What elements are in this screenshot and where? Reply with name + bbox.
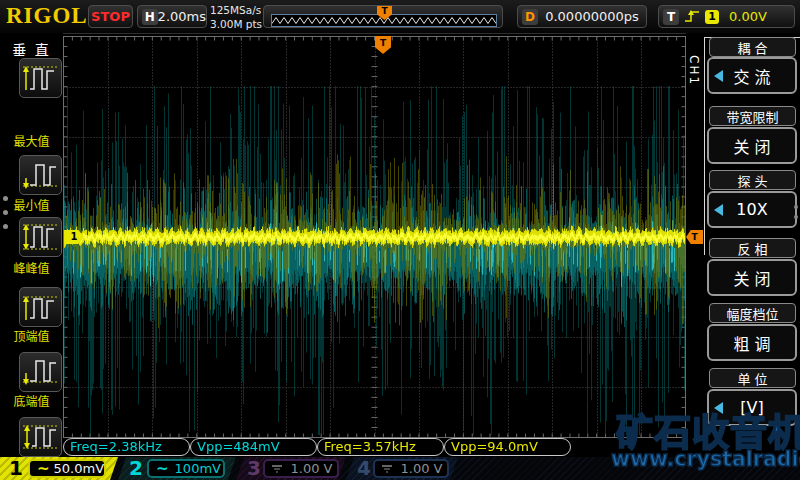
volts-adjust-softkey[interactable]: 粗 调 bbox=[707, 324, 797, 361]
channel1-status[interactable]: 1 ~ 50.0mV bbox=[0, 457, 118, 480]
waveform-display bbox=[63, 34, 687, 440]
vamp-button[interactable] bbox=[19, 417, 62, 457]
d-icon: D bbox=[522, 9, 538, 25]
delay-value: 0.00000000ps bbox=[538, 9, 646, 24]
trigger-level-value: 0.00V bbox=[729, 9, 767, 24]
channel2-number: 2 bbox=[129, 457, 143, 480]
channel1-scale-box: ~ 50.0mV bbox=[28, 459, 106, 478]
channel3-scale: 1.00 V bbox=[286, 461, 337, 476]
invert-softkey[interactable]: 关 闭 bbox=[707, 259, 797, 296]
left-arrow-icon bbox=[714, 70, 723, 82]
channel3-number: 3 bbox=[247, 457, 261, 480]
channel2-status[interactable]: 2 ~ 100mV bbox=[118, 457, 236, 480]
bandwidth-limit-softkey[interactable]: 关 闭 bbox=[707, 127, 797, 164]
channel4-scale-box: 1.00 V bbox=[373, 459, 449, 478]
menu-page-dot bbox=[794, 205, 798, 209]
channel-tab: CH1 bbox=[687, 55, 701, 86]
coupling-label: 耦 合 bbox=[709, 37, 796, 57]
channel-menu: CH1 耦 合 交 流 带宽限制 关 闭 探 头 10X 反 相 关 闭 幅度档… bbox=[686, 33, 800, 457]
vpp-label: 峰峰值 bbox=[0, 259, 63, 276]
measurement-freq-ch2: Freq=2.38kHz bbox=[63, 438, 190, 456]
measurement-vpp-ch1: Vpp=94.0mV bbox=[444, 438, 571, 456]
vbase-label: 底端值 bbox=[0, 392, 63, 409]
memory-depth: 3.00M pts bbox=[210, 17, 262, 31]
waveform-preview-bar[interactable]: T bbox=[263, 5, 503, 28]
channel4-number: 4 bbox=[357, 457, 371, 480]
trigger-source-badge: 1 bbox=[705, 10, 719, 24]
top-status-bar: RIGOL STOP H 2.00ms 125MSa/s 3.00M pts T… bbox=[0, 0, 800, 34]
ac-coupling-icon: ~ bbox=[37, 460, 50, 478]
channel1-number: 1 bbox=[9, 457, 23, 480]
vbase-icon bbox=[20, 353, 61, 391]
acquisition-info: 125MSa/s 3.00M pts bbox=[210, 3, 262, 31]
bandwidth-limit-value: 关 闭 bbox=[733, 134, 770, 158]
run-stop-status[interactable]: STOP bbox=[88, 5, 133, 28]
vtop-button[interactable] bbox=[19, 287, 62, 327]
vtop-icon bbox=[20, 288, 61, 326]
channel4-scale: 1.00 V bbox=[396, 461, 447, 476]
channel3-scale-box: 1.00 V bbox=[263, 459, 339, 478]
bandwidth-limit-label: 带宽限制 bbox=[709, 106, 796, 126]
coupling-softkey[interactable]: 交 流 bbox=[707, 57, 797, 94]
left-arrow-icon bbox=[714, 402, 723, 414]
unit-value: [V] bbox=[740, 398, 763, 417]
probe-value: 10X bbox=[736, 200, 767, 219]
menu-frame-line bbox=[704, 37, 705, 255]
measure-menu: 垂 直 最大值 最小值 bbox=[0, 33, 63, 457]
probe-label: 探 头 bbox=[709, 170, 796, 190]
rising-edge-icon bbox=[684, 9, 701, 24]
vbase-button[interactable] bbox=[19, 352, 62, 392]
timebase-value: 2.00ms bbox=[158, 9, 206, 24]
menu-page-dot bbox=[3, 210, 8, 215]
measurement-freq-ch1: Freq=3.57kHz bbox=[317, 438, 444, 456]
t-icon: T bbox=[663, 9, 679, 25]
volts-adjust-label: 幅度档位 bbox=[709, 303, 796, 323]
horizontal-timebase-box[interactable]: H 2.00ms bbox=[137, 5, 207, 28]
vpp-button[interactable] bbox=[19, 217, 62, 257]
ground-coupling-icon bbox=[271, 464, 283, 474]
vpp-icon bbox=[20, 218, 61, 256]
channel4-status[interactable]: 4 1.00 V bbox=[346, 457, 458, 480]
delay-readout-box: D 0.00000000ps bbox=[517, 5, 647, 28]
channel1-scale: 50.0mV bbox=[54, 461, 105, 476]
vamp-icon bbox=[20, 418, 61, 456]
rigol-logo: RIGOL bbox=[6, 3, 88, 29]
vmin-button[interactable] bbox=[19, 155, 62, 195]
menu-page-dot bbox=[3, 224, 8, 229]
vtop-label: 顶端值 bbox=[0, 327, 63, 344]
channel2-scale: 100mV bbox=[173, 461, 223, 476]
left-arrow-icon bbox=[714, 204, 723, 216]
vmax-icon bbox=[20, 59, 61, 97]
ac-coupling-icon: ~ bbox=[156, 460, 169, 478]
menu-page-dot bbox=[3, 196, 8, 201]
unit-label: 单 位 bbox=[709, 368, 796, 388]
invert-label: 反 相 bbox=[709, 238, 796, 258]
invert-value: 关 闭 bbox=[733, 266, 770, 290]
unit-softkey[interactable]: [V] bbox=[707, 389, 797, 426]
vmax-label: 最大值 bbox=[0, 132, 63, 149]
sample-rate: 125MSa/s bbox=[210, 3, 262, 17]
trigger-status-box[interactable]: T 1 0.00V bbox=[658, 5, 795, 28]
h-icon: H bbox=[142, 9, 158, 25]
vmin-icon bbox=[20, 156, 61, 194]
measure-menu-title: 垂 直 bbox=[0, 39, 63, 59]
measurement-vpp-ch2: Vpp=484mV bbox=[190, 438, 317, 456]
vmin-label: 最小值 bbox=[0, 196, 63, 213]
channel2-scale-box: ~ 100mV bbox=[147, 459, 225, 478]
vmax-button[interactable] bbox=[19, 58, 62, 98]
menu-page-dot bbox=[794, 215, 798, 219]
coupling-value: 交 流 bbox=[733, 64, 770, 88]
volts-adjust-value: 粗 调 bbox=[733, 331, 770, 355]
channel-status-bar: 1 ~ 50.0mV 2 ~ 100mV 3 1.00 V bbox=[0, 457, 800, 480]
probe-softkey[interactable]: 10X bbox=[707, 191, 797, 228]
ground-coupling-icon bbox=[381, 464, 393, 474]
oscilloscope-screen: RIGOL STOP H 2.00ms 125MSa/s 3.00M pts T… bbox=[0, 0, 800, 480]
channel3-status[interactable]: 3 1.00 V bbox=[236, 457, 346, 480]
